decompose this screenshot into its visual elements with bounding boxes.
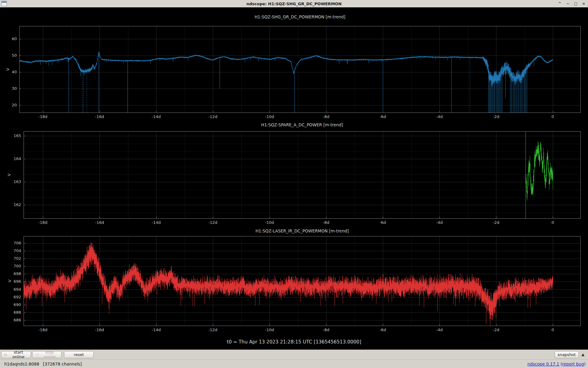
snapshot-label: snapshot [558, 352, 576, 357]
version-link[interactable]: ndscope 0.17.1 [527, 362, 559, 366]
x-tick-label: -6d [379, 328, 386, 332]
plot1-title: H1:SQZ-SHG_GR_DC_POWERMON [m-trend] [19, 14, 581, 19]
minimize-window-icon[interactable]: − [565, 1, 570, 6]
plot2-ylabel: V [6, 172, 12, 178]
y-tick-label: 163 [8, 179, 21, 184]
plot1-canvas[interactable] [19, 26, 581, 113]
nds-server: h1daqnds1:8088 [4, 362, 39, 366]
y-tick-label: 686 [8, 318, 21, 322]
y-tick-label: 700 [8, 264, 21, 268]
panel-expand-arrow-icon[interactable]: ▲ [582, 353, 584, 356]
x-tick-label: -14d [152, 328, 161, 332]
x-tick-label: -8d [323, 114, 329, 119]
x-tick-label: -2d [493, 114, 499, 119]
x-tick-label: -12d [208, 114, 217, 119]
x-tick-label: -16d [95, 114, 104, 119]
maximize-window-icon[interactable]: □ [573, 1, 578, 6]
plot2-title: H1:SQZ-SPARE_A_DC_POWER [m-trend] [24, 122, 581, 127]
snapshot-button[interactable]: snapshot [555, 351, 579, 358]
reset-button[interactable]: reset [64, 351, 94, 358]
x-tick-label: -8d [323, 220, 329, 225]
plot3-title: H1:SQZ-LASER_IR_DC_POWERMON [m-trend] [24, 228, 581, 233]
x-tick-label: -8d [323, 328, 329, 332]
shade-window-icon[interactable]: ^ [557, 1, 562, 6]
x-tick-label: -14d [152, 220, 161, 225]
play-icon: ▷ [5, 353, 7, 356]
plot3-canvas[interactable] [24, 236, 581, 326]
y-tick-label: 702 [8, 256, 21, 261]
x-tick-label: -12d [208, 220, 217, 225]
x-tick-label: -4d [436, 114, 443, 119]
x-tick-label: -18d [38, 328, 47, 332]
stop-icon: □ [36, 353, 39, 356]
plot2-canvas[interactable] [24, 131, 581, 219]
x-tick-label: -12d [208, 328, 217, 332]
y-tick-label: 30 [4, 86, 17, 91]
start-online-button[interactable]: ▷ start online [1, 351, 31, 358]
x-tick-label: -4d [436, 220, 443, 225]
x-tick-label: 0 [552, 220, 554, 225]
close-window-icon[interactable]: × [581, 1, 586, 6]
x-tick-label: -2d [493, 220, 499, 225]
y-tick-label: 698 [8, 271, 21, 276]
x-tick-label: -10d [265, 328, 274, 332]
y-tick-label: 50 [4, 53, 17, 58]
y-tick-label: 696 [8, 279, 21, 284]
y-tick-label: 60 [4, 36, 17, 41]
window-title: ndscope: H1:SQZ-SHG_GR_DC_POWERMON [0, 2, 588, 6]
y-tick-label: 164 [8, 156, 21, 161]
t0-label: t0 = Thu Apr 13 2023 21:28:15 UTC [13654… [0, 339, 588, 345]
x-tick-label: -14d [152, 114, 161, 119]
y-tick-label: 165 [8, 133, 21, 138]
titlebar: ndscope: H1:SQZ-SHG_GR_DC_POWERMON ^ − □… [0, 0, 588, 7]
x-tick-label: -10d [265, 114, 274, 119]
x-tick-label: -16d [95, 328, 104, 332]
window-icon [2, 1, 7, 6]
x-tick-label: 0 [552, 114, 554, 119]
channel-count: [372678 channels] [43, 362, 82, 366]
x-tick-label: -10d [265, 220, 274, 225]
start-online-label: start online [9, 350, 28, 359]
report-bug-link[interactable]: report bug [562, 362, 584, 366]
toolbar: ▷ start online □ stop online reset snaps… [0, 350, 588, 359]
x-tick-label: -4d [436, 328, 443, 332]
x-tick-label: -18d [38, 114, 47, 119]
y-tick-label: 162 [8, 202, 21, 207]
x-tick-label: -2d [493, 328, 499, 332]
x-tick-label: -6d [379, 220, 386, 225]
stop-online-label: stop online [41, 350, 58, 359]
window-controls: ^ − □ × [557, 0, 586, 7]
y-tick-label: 692 [8, 295, 21, 299]
x-tick-label: 0 [552, 328, 554, 332]
y-tick-label: 706 [8, 241, 21, 245]
y-tick-label: 690 [8, 302, 21, 307]
bug-link-suffix: ) [584, 362, 586, 366]
x-tick-label: -6d [379, 114, 386, 119]
y-tick-label: 20 [4, 103, 17, 107]
y-tick-label: 688 [8, 310, 21, 315]
y-tick-label: 694 [8, 287, 21, 292]
stop-online-button[interactable]: □ stop online [32, 351, 62, 358]
reset-label: reset [74, 352, 84, 357]
x-tick-label: -18d [38, 220, 47, 225]
y-tick-label: 704 [8, 248, 21, 253]
statusbar: h1daqnds1:8088 [372678 channels] ndscope… [0, 359, 588, 368]
x-tick-label: -16d [95, 220, 104, 225]
y-tick-label: 40 [4, 70, 17, 74]
